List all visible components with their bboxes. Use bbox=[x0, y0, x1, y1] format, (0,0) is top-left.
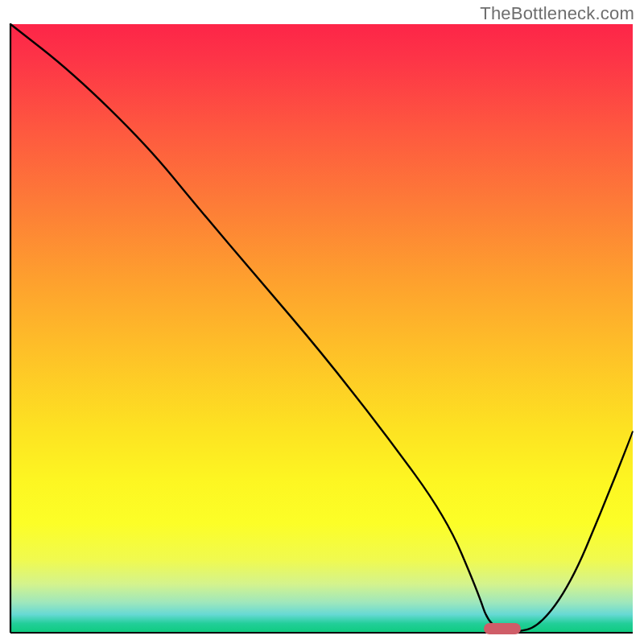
watermark-text: TheBottleneck.com bbox=[480, 3, 634, 24]
highlight-pill bbox=[484, 623, 521, 634]
chart-container: TheBottleneck.com bbox=[0, 0, 644, 644]
plot-area bbox=[10, 24, 633, 633]
